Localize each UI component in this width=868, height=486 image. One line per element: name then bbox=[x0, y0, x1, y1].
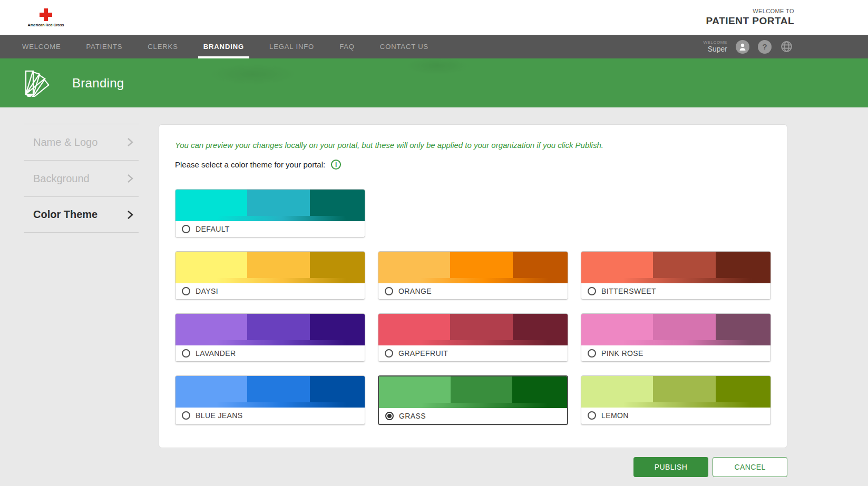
page-banner: Branding bbox=[0, 58, 868, 107]
theme-radio[interactable] bbox=[182, 411, 190, 420]
nav-item-clerks[interactable]: CLERKS bbox=[135, 35, 190, 58]
theme-card-bittersweet[interactable]: BITTERSWEET bbox=[581, 251, 771, 300]
theme-card-grass[interactable]: GRASS bbox=[378, 375, 568, 425]
color-theme-panel: You can preview your changes locally on … bbox=[159, 124, 787, 448]
swatch-gradient bbox=[175, 216, 365, 221]
theme-name-label: LAVANDER bbox=[196, 349, 236, 358]
nav-item-patients[interactable]: PATIENTS bbox=[73, 35, 135, 58]
theme-label-row: LEMON bbox=[581, 408, 771, 423]
nav-item-faq[interactable]: FAQ bbox=[327, 35, 367, 58]
nav-item-branding[interactable]: BRANDING bbox=[191, 35, 257, 58]
swatch-gradient bbox=[175, 278, 365, 283]
theme-radio[interactable] bbox=[182, 349, 190, 358]
user-avatar-icon[interactable] bbox=[736, 40, 749, 54]
theme-radio[interactable] bbox=[182, 287, 190, 295]
theme-name-label: BITTERSWEET bbox=[601, 287, 656, 295]
theme-swatch bbox=[175, 314, 365, 345]
theme-swatch bbox=[581, 376, 771, 408]
theme-name-label: ORANGE bbox=[398, 287, 432, 295]
red-cross-icon bbox=[40, 8, 52, 21]
theme-swatch bbox=[175, 190, 365, 221]
footer-actions: PUBLISH CANCEL bbox=[0, 457, 787, 477]
theme-name-label: DEFAULT bbox=[196, 225, 230, 233]
sidebar-item-color-theme[interactable]: Color Theme bbox=[24, 196, 139, 233]
theme-card-blue-jeans[interactable]: BLUE JEANS bbox=[175, 375, 365, 425]
nav-right-cluster: WELCOME Super ? bbox=[703, 35, 868, 58]
swatch-gradient bbox=[175, 402, 365, 408]
portal-heading: WELCOME TO PATIENT PORTAL bbox=[706, 8, 794, 27]
theme-label-row: GRAPEFRUIT bbox=[378, 345, 568, 361]
theme-card-default[interactable]: DEFAULT bbox=[175, 189, 365, 237]
main-area: Name & Logo Background Color Theme You c… bbox=[0, 107, 868, 448]
theme-name-label: LEMON bbox=[601, 411, 629, 420]
theme-card-grapefruit[interactable]: GRAPEFRUIT bbox=[378, 313, 568, 362]
theme-card-pink-rose[interactable]: PINK ROSE bbox=[581, 313, 771, 362]
portal-title: PATIENT PORTAL bbox=[706, 15, 794, 27]
branding-sidebar: Name & Logo Background Color Theme bbox=[24, 124, 139, 233]
chevron-right-icon bbox=[127, 137, 133, 147]
theme-card-orange[interactable]: ORANGE bbox=[378, 251, 568, 300]
swatch-gradient bbox=[378, 340, 568, 345]
theme-radio[interactable] bbox=[385, 349, 393, 358]
theme-radio[interactable] bbox=[588, 411, 596, 420]
theme-name-label: PINK ROSE bbox=[601, 349, 643, 358]
theme-radio[interactable] bbox=[182, 225, 190, 233]
theme-label-row: DEFAULT bbox=[175, 221, 365, 237]
theme-swatch bbox=[379, 376, 567, 408]
swatch-gradient bbox=[581, 340, 771, 345]
swatch-gradient bbox=[379, 403, 567, 408]
theme-swatch bbox=[378, 314, 568, 345]
app-header: American Red Cross WELCOME TO PATIENT PO… bbox=[0, 0, 868, 35]
preview-notice: You can preview your changes locally on … bbox=[175, 141, 771, 150]
language-globe-icon[interactable] bbox=[780, 40, 793, 53]
theme-card-daysi[interactable]: DAYSI bbox=[175, 251, 365, 300]
nav-user-name: Super bbox=[703, 45, 727, 53]
nav-user-welcome-label: WELCOME bbox=[703, 40, 727, 45]
logo-text: American Red Cross bbox=[28, 23, 64, 27]
theme-swatch bbox=[378, 252, 568, 283]
theme-prompt: Please select a color theme for your por… bbox=[175, 160, 325, 169]
theme-swatch bbox=[581, 314, 771, 345]
swatch-gradient bbox=[581, 278, 771, 283]
theme-card-lavander[interactable]: LAVANDER bbox=[175, 313, 365, 362]
theme-swatch bbox=[175, 376, 365, 408]
page-title: Branding bbox=[72, 76, 124, 91]
info-icon[interactable]: i bbox=[331, 160, 341, 170]
nav-item-contact-us[interactable]: CONTACT US bbox=[367, 35, 441, 58]
help-icon[interactable]: ? bbox=[758, 40, 772, 54]
theme-name-label: GRASS bbox=[399, 412, 426, 420]
theme-radio[interactable] bbox=[385, 287, 393, 295]
theme-radio[interactable] bbox=[588, 287, 596, 295]
sidebar-item-background[interactable]: Background bbox=[24, 160, 139, 196]
portal-welcome-label: WELCOME TO bbox=[706, 8, 794, 14]
theme-radio[interactable] bbox=[385, 412, 394, 420]
themes-grid: DEFAULT DAYSI ORANGE bbox=[175, 189, 771, 425]
chevron-right-icon bbox=[127, 210, 133, 220]
swatch-gradient bbox=[378, 278, 568, 283]
theme-swatch bbox=[581, 252, 771, 283]
theme-label-row: DAYSI bbox=[175, 283, 365, 299]
theme-name-label: GRAPEFRUIT bbox=[398, 349, 448, 358]
theme-label-row: BITTERSWEET bbox=[581, 283, 771, 299]
theme-label-row: LAVANDER bbox=[175, 345, 365, 361]
red-cross-logo: American Red Cross bbox=[31, 8, 61, 27]
publish-button[interactable]: PUBLISH bbox=[633, 457, 708, 477]
theme-label-row: BLUE JEANS bbox=[175, 408, 365, 423]
nav-item-welcome[interactable]: WELCOME bbox=[9, 35, 73, 58]
swatch-gradient bbox=[581, 402, 771, 408]
sidebar-item-name-logo[interactable]: Name & Logo bbox=[24, 124, 139, 160]
chevron-right-icon bbox=[127, 174, 133, 183]
theme-card-lemon[interactable]: LEMON bbox=[581, 375, 771, 425]
nav-user-text: WELCOME Super bbox=[703, 40, 727, 53]
theme-name-label: DAYSI bbox=[196, 287, 218, 295]
swatch-fan-icon bbox=[24, 70, 51, 97]
nav-item-legal-info[interactable]: LEGAL INFO bbox=[257, 35, 327, 58]
theme-radio[interactable] bbox=[588, 349, 596, 358]
theme-label-row: GRASS bbox=[379, 408, 567, 424]
theme-name-label: BLUE JEANS bbox=[196, 411, 243, 420]
theme-label-row: PINK ROSE bbox=[581, 345, 771, 361]
cancel-button[interactable]: CANCEL bbox=[713, 457, 787, 477]
theme-swatch bbox=[175, 252, 365, 283]
swatch-gradient bbox=[175, 340, 365, 345]
main-nav: WELCOMEPATIENTSCLERKSBRANDINGLEGAL INFOF… bbox=[0, 35, 868, 58]
